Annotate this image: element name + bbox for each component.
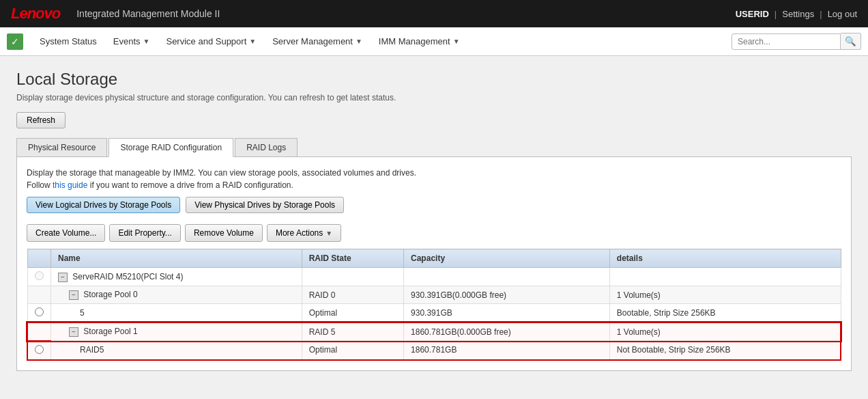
server-dropdown-arrow: ▼ bbox=[356, 38, 362, 45]
row-radio[interactable] bbox=[35, 307, 44, 316]
settings-link[interactable]: Settings bbox=[782, 9, 814, 19]
row-radio[interactable] bbox=[35, 345, 44, 354]
raid-state-cell: Optimal bbox=[302, 304, 403, 323]
tabs: Physical Resource Storage RAID Configura… bbox=[16, 138, 852, 157]
nav-server-management[interactable]: Server Management ▼ bbox=[265, 33, 369, 49]
page-title: Local Storage bbox=[16, 70, 852, 89]
row-name: ServeRAID M5210(PCI Slot 4) bbox=[72, 272, 183, 281]
capacity-cell: 930.391GB bbox=[404, 304, 610, 323]
col-capacity: Capacity bbox=[404, 249, 610, 268]
app-title: Integrated Management Module II bbox=[76, 8, 736, 19]
separator2: | bbox=[820, 9, 822, 19]
col-details: details bbox=[609, 249, 841, 268]
this-guide-link[interactable]: this guide bbox=[53, 180, 87, 190]
logout-link[interactable]: Log out bbox=[828, 9, 857, 19]
collapse-icon[interactable]: − bbox=[58, 273, 68, 282]
nav-server-management-label: Server Management bbox=[272, 36, 353, 46]
details-cell: Not Bootable, Strip Size 256KB bbox=[609, 341, 841, 360]
refresh-button[interactable]: Refresh bbox=[16, 112, 66, 128]
raid-state-cell: RAID 0 bbox=[302, 286, 403, 304]
raid-state-cell: Optimal bbox=[302, 341, 403, 360]
lenovo-logo: Lenovo bbox=[11, 5, 60, 23]
collapse-icon[interactable]: − bbox=[69, 290, 78, 300]
page-subtitle: Display storage devices physical structu… bbox=[16, 93, 852, 102]
search-input[interactable] bbox=[732, 33, 841, 50]
storage-table: Name RAID State Capacity details − Serve… bbox=[27, 249, 841, 361]
more-actions-arrow: ▼ bbox=[326, 230, 332, 237]
capacity-cell: 1860.781GB(0.000GB free) bbox=[404, 322, 610, 341]
col-name: Name bbox=[51, 249, 302, 268]
row-name: Storage Pool 0 bbox=[83, 290, 137, 299]
info-text: Display the storage that manageable by I… bbox=[27, 167, 841, 191]
search-area: 🔍 bbox=[732, 33, 861, 50]
details-cell: Bootable, Strip Size 256KB bbox=[609, 304, 841, 323]
search-icon: 🔍 bbox=[845, 36, 856, 46]
table-row: RAID5 Optimal 1860.781GB Not Bootable, S… bbox=[27, 341, 841, 360]
capacity-cell bbox=[404, 268, 610, 286]
info-line2: Follow bbox=[27, 180, 53, 190]
tab-content: Display the storage that manageable by I… bbox=[16, 156, 852, 371]
row-name: RAID5 bbox=[80, 345, 104, 355]
details-cell: 1 Volume(s) bbox=[609, 322, 841, 341]
nav-service-support[interactable]: Service and Support ▼ bbox=[159, 33, 263, 49]
raid-state-cell bbox=[302, 268, 403, 286]
header: Lenovo Integrated Management Module II U… bbox=[0, 0, 868, 27]
events-dropdown-arrow: ▼ bbox=[143, 38, 150, 45]
details-cell: 1 Volume(s) bbox=[609, 286, 841, 304]
more-actions-label: More Actions bbox=[276, 228, 323, 238]
nav-imm-management[interactable]: IMM Management ▼ bbox=[372, 33, 467, 49]
more-actions-button[interactable]: More Actions ▼ bbox=[267, 224, 341, 242]
capacity-cell: 1860.781GB bbox=[404, 341, 610, 360]
view-buttons: View Logical Drives by Storage Pools Vie… bbox=[27, 197, 841, 213]
nav-events-label: Events bbox=[113, 36, 141, 46]
name-cell: 5 bbox=[51, 304, 302, 323]
radio-cell bbox=[27, 268, 51, 286]
create-volume-button[interactable]: Create Volume... bbox=[27, 224, 105, 242]
view-physical-drives-button[interactable]: View Physical Drives by Storage Pools bbox=[186, 197, 344, 213]
edit-property-button[interactable]: Edit Property... bbox=[109, 224, 180, 242]
nav-system-status-label: System Status bbox=[40, 36, 97, 46]
radio-cell bbox=[27, 322, 51, 341]
view-logical-drives-button[interactable]: View Logical Drives by Storage Pools bbox=[27, 197, 180, 213]
row-radio[interactable] bbox=[35, 271, 44, 280]
info-line1: Display the storage that manageable by I… bbox=[27, 168, 416, 178]
nav-service-support-label: Service and Support bbox=[166, 36, 246, 46]
action-buttons: Create Volume... Edit Property... Remove… bbox=[27, 224, 841, 242]
userid-label: USERID bbox=[736, 9, 769, 19]
search-button[interactable]: 🔍 bbox=[841, 33, 861, 50]
radio-cell bbox=[27, 286, 51, 304]
capacity-cell: 930.391GB(0.000GB free) bbox=[404, 286, 610, 304]
nav-imm-management-label: IMM Management bbox=[379, 36, 450, 46]
nav-system-status[interactable]: System Status bbox=[33, 33, 104, 49]
table-row: − Storage Pool 1 RAID 5 1860.781GB(0.000… bbox=[27, 322, 841, 341]
tab-raid-logs[interactable]: RAID Logs bbox=[235, 138, 298, 157]
radio-cell bbox=[27, 341, 51, 360]
raid-state-cell: RAID 5 bbox=[302, 322, 403, 341]
name-cell: − Storage Pool 0 bbox=[51, 286, 302, 304]
table-row: 5 Optimal 930.391GB Bootable, Strip Size… bbox=[27, 304, 841, 323]
row-name: 5 bbox=[80, 308, 85, 318]
table-row: − Storage Pool 0 RAID 0 930.391GB(0.000G… bbox=[27, 286, 841, 304]
navbar: ✓ System Status Events ▼ Service and Sup… bbox=[0, 27, 868, 56]
details-cell bbox=[609, 268, 841, 286]
main-content: Local Storage Display storage devices ph… bbox=[0, 56, 868, 399]
name-cell: − Storage Pool 1 bbox=[51, 322, 302, 341]
service-dropdown-arrow: ▼ bbox=[249, 38, 256, 45]
info-line3: if you want to remove a drive from a RAI… bbox=[87, 180, 293, 190]
status-check-icon: ✓ bbox=[7, 33, 23, 50]
col-raid-state: RAID State bbox=[302, 249, 403, 268]
table-row: − ServeRAID M5210(PCI Slot 4) bbox=[27, 268, 841, 286]
user-area: USERID | Settings | Log out bbox=[736, 9, 857, 19]
radio-cell bbox=[27, 304, 51, 323]
col-select bbox=[27, 249, 51, 268]
table-header-row: Name RAID State Capacity details bbox=[27, 249, 841, 268]
remove-volume-button[interactable]: Remove Volume bbox=[185, 224, 263, 242]
collapse-icon[interactable]: − bbox=[69, 327, 78, 337]
name-cell: RAID5 bbox=[51, 341, 302, 360]
name-cell: − ServeRAID M5210(PCI Slot 4) bbox=[51, 268, 302, 286]
tab-physical-resource[interactable]: Physical Resource bbox=[16, 138, 107, 157]
separator: | bbox=[775, 9, 777, 19]
nav-events[interactable]: Events ▼ bbox=[106, 33, 157, 49]
tab-storage-raid[interactable]: Storage RAID Configuration bbox=[108, 138, 233, 157]
row-name: Storage Pool 1 bbox=[83, 327, 137, 336]
